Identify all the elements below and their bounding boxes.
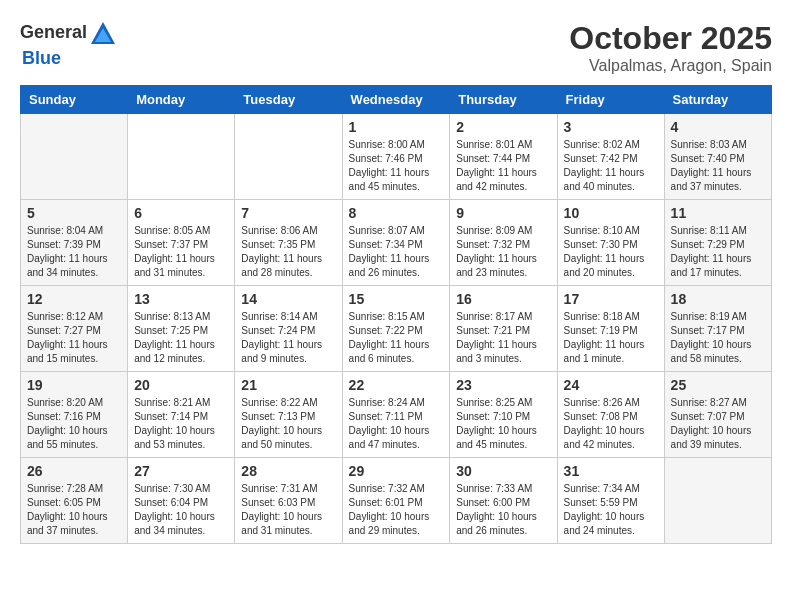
day-number: 29: [349, 463, 444, 479]
day-info: Sunrise: 8:13 AM Sunset: 7:25 PM Dayligh…: [134, 310, 228, 366]
day-number: 1: [349, 119, 444, 135]
page-header: General Blue October 2025 Valpalmas, Ara…: [20, 20, 772, 75]
day-info: Sunrise: 8:25 AM Sunset: 7:10 PM Dayligh…: [456, 396, 550, 452]
calendar-cell: 20Sunrise: 8:21 AM Sunset: 7:14 PM Dayli…: [128, 372, 235, 458]
day-info: Sunrise: 8:00 AM Sunset: 7:46 PM Dayligh…: [349, 138, 444, 194]
day-info: Sunrise: 8:27 AM Sunset: 7:07 PM Dayligh…: [671, 396, 765, 452]
day-number: 10: [564, 205, 658, 221]
calendar-cell: 3Sunrise: 8:02 AM Sunset: 7:42 PM Daylig…: [557, 114, 664, 200]
day-number: 23: [456, 377, 550, 393]
header-sunday: Sunday: [21, 86, 128, 114]
day-info: Sunrise: 8:21 AM Sunset: 7:14 PM Dayligh…: [134, 396, 228, 452]
day-info: Sunrise: 8:22 AM Sunset: 7:13 PM Dayligh…: [241, 396, 335, 452]
day-number: 12: [27, 291, 121, 307]
logo-blue: Blue: [22, 48, 61, 68]
day-number: 5: [27, 205, 121, 221]
day-number: 19: [27, 377, 121, 393]
calendar-week-3: 12Sunrise: 8:12 AM Sunset: 7:27 PM Dayli…: [21, 286, 772, 372]
calendar-cell: 6Sunrise: 8:05 AM Sunset: 7:37 PM Daylig…: [128, 200, 235, 286]
day-number: 28: [241, 463, 335, 479]
calendar-table: SundayMondayTuesdayWednesdayThursdayFrid…: [20, 85, 772, 544]
day-number: 16: [456, 291, 550, 307]
day-number: 13: [134, 291, 228, 307]
day-number: 11: [671, 205, 765, 221]
day-info: Sunrise: 8:05 AM Sunset: 7:37 PM Dayligh…: [134, 224, 228, 280]
calendar-cell: 19Sunrise: 8:20 AM Sunset: 7:16 PM Dayli…: [21, 372, 128, 458]
header-monday: Monday: [128, 86, 235, 114]
day-number: 26: [27, 463, 121, 479]
calendar-cell: 16Sunrise: 8:17 AM Sunset: 7:21 PM Dayli…: [450, 286, 557, 372]
day-number: 7: [241, 205, 335, 221]
calendar-cell: 25Sunrise: 8:27 AM Sunset: 7:07 PM Dayli…: [664, 372, 771, 458]
calendar-cell: 27Sunrise: 7:30 AM Sunset: 6:04 PM Dayli…: [128, 458, 235, 544]
day-info: Sunrise: 8:03 AM Sunset: 7:40 PM Dayligh…: [671, 138, 765, 194]
calendar-cell: 17Sunrise: 8:18 AM Sunset: 7:19 PM Dayli…: [557, 286, 664, 372]
header-thursday: Thursday: [450, 86, 557, 114]
calendar-cell: 14Sunrise: 8:14 AM Sunset: 7:24 PM Dayli…: [235, 286, 342, 372]
calendar-cell: 28Sunrise: 7:31 AM Sunset: 6:03 PM Dayli…: [235, 458, 342, 544]
month-title: October 2025: [569, 20, 772, 57]
calendar-week-2: 5Sunrise: 8:04 AM Sunset: 7:39 PM Daylig…: [21, 200, 772, 286]
day-number: 6: [134, 205, 228, 221]
calendar-cell: 2Sunrise: 8:01 AM Sunset: 7:44 PM Daylig…: [450, 114, 557, 200]
day-info: Sunrise: 7:33 AM Sunset: 6:00 PM Dayligh…: [456, 482, 550, 538]
title-block: October 2025 Valpalmas, Aragon, Spain: [569, 20, 772, 75]
calendar-cell: 5Sunrise: 8:04 AM Sunset: 7:39 PM Daylig…: [21, 200, 128, 286]
day-info: Sunrise: 7:34 AM Sunset: 5:59 PM Dayligh…: [564, 482, 658, 538]
day-info: Sunrise: 8:04 AM Sunset: 7:39 PM Dayligh…: [27, 224, 121, 280]
day-info: Sunrise: 8:17 AM Sunset: 7:21 PM Dayligh…: [456, 310, 550, 366]
calendar-cell: 29Sunrise: 7:32 AM Sunset: 6:01 PM Dayli…: [342, 458, 450, 544]
day-info: Sunrise: 8:10 AM Sunset: 7:30 PM Dayligh…: [564, 224, 658, 280]
day-info: Sunrise: 8:09 AM Sunset: 7:32 PM Dayligh…: [456, 224, 550, 280]
day-info: Sunrise: 7:31 AM Sunset: 6:03 PM Dayligh…: [241, 482, 335, 538]
day-number: 15: [349, 291, 444, 307]
day-info: Sunrise: 7:32 AM Sunset: 6:01 PM Dayligh…: [349, 482, 444, 538]
logo-text: General Blue: [20, 20, 119, 69]
calendar-cell: 23Sunrise: 8:25 AM Sunset: 7:10 PM Dayli…: [450, 372, 557, 458]
calendar-cell: 9Sunrise: 8:09 AM Sunset: 7:32 PM Daylig…: [450, 200, 557, 286]
day-number: 31: [564, 463, 658, 479]
calendar-cell: [128, 114, 235, 200]
calendar-cell: 10Sunrise: 8:10 AM Sunset: 7:30 PM Dayli…: [557, 200, 664, 286]
day-number: 24: [564, 377, 658, 393]
calendar-cell: 24Sunrise: 8:26 AM Sunset: 7:08 PM Dayli…: [557, 372, 664, 458]
calendar-cell: 26Sunrise: 7:28 AM Sunset: 6:05 PM Dayli…: [21, 458, 128, 544]
calendar-week-5: 26Sunrise: 7:28 AM Sunset: 6:05 PM Dayli…: [21, 458, 772, 544]
day-number: 30: [456, 463, 550, 479]
day-number: 14: [241, 291, 335, 307]
day-info: Sunrise: 8:06 AM Sunset: 7:35 PM Dayligh…: [241, 224, 335, 280]
day-number: 9: [456, 205, 550, 221]
calendar-week-4: 19Sunrise: 8:20 AM Sunset: 7:16 PM Dayli…: [21, 372, 772, 458]
day-info: Sunrise: 8:01 AM Sunset: 7:44 PM Dayligh…: [456, 138, 550, 194]
header-saturday: Saturday: [664, 86, 771, 114]
day-info: Sunrise: 8:15 AM Sunset: 7:22 PM Dayligh…: [349, 310, 444, 366]
day-number: 3: [564, 119, 658, 135]
day-info: Sunrise: 8:20 AM Sunset: 7:16 PM Dayligh…: [27, 396, 121, 452]
day-number: 8: [349, 205, 444, 221]
day-number: 25: [671, 377, 765, 393]
day-info: Sunrise: 8:12 AM Sunset: 7:27 PM Dayligh…: [27, 310, 121, 366]
day-info: Sunrise: 8:24 AM Sunset: 7:11 PM Dayligh…: [349, 396, 444, 452]
calendar-cell: [235, 114, 342, 200]
calendar-cell: 31Sunrise: 7:34 AM Sunset: 5:59 PM Dayli…: [557, 458, 664, 544]
day-number: 4: [671, 119, 765, 135]
header-friday: Friday: [557, 86, 664, 114]
calendar-cell: 7Sunrise: 8:06 AM Sunset: 7:35 PM Daylig…: [235, 200, 342, 286]
header-tuesday: Tuesday: [235, 86, 342, 114]
calendar-cell: 4Sunrise: 8:03 AM Sunset: 7:40 PM Daylig…: [664, 114, 771, 200]
day-number: 18: [671, 291, 765, 307]
day-info: Sunrise: 8:11 AM Sunset: 7:29 PM Dayligh…: [671, 224, 765, 280]
calendar-week-1: 1Sunrise: 8:00 AM Sunset: 7:46 PM Daylig…: [21, 114, 772, 200]
calendar-cell: 1Sunrise: 8:00 AM Sunset: 7:46 PM Daylig…: [342, 114, 450, 200]
calendar-cell: 11Sunrise: 8:11 AM Sunset: 7:29 PM Dayli…: [664, 200, 771, 286]
day-info: Sunrise: 7:28 AM Sunset: 6:05 PM Dayligh…: [27, 482, 121, 538]
day-number: 2: [456, 119, 550, 135]
calendar-cell: 21Sunrise: 8:22 AM Sunset: 7:13 PM Dayli…: [235, 372, 342, 458]
day-info: Sunrise: 8:19 AM Sunset: 7:17 PM Dayligh…: [671, 310, 765, 366]
day-info: Sunrise: 8:02 AM Sunset: 7:42 PM Dayligh…: [564, 138, 658, 194]
header-wednesday: Wednesday: [342, 86, 450, 114]
day-number: 21: [241, 377, 335, 393]
logo: General Blue: [20, 20, 119, 69]
day-number: 27: [134, 463, 228, 479]
day-info: Sunrise: 8:07 AM Sunset: 7:34 PM Dayligh…: [349, 224, 444, 280]
